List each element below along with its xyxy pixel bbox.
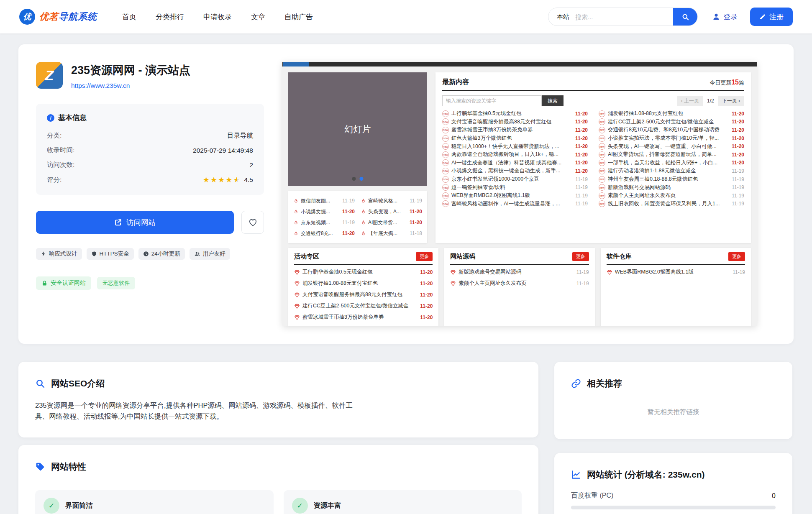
site-logo[interactable]: 优 优茗导航系统: [19, 9, 97, 25]
preview-latest-item: new 交通银行8充10元电费、和8充10元中国移动话费 11-20: [599, 126, 744, 134]
preview-latest-item: new 头条变现，AI一键改写、一键查重、小白可做... 11-20: [599, 142, 744, 151]
pencil-icon: [759, 13, 766, 20]
seo-description: 235资源网是一个专业的网络资源分享平台,提供各种PHP源码、网站源码、游戏源码…: [35, 400, 353, 422]
seo-title: 网站SEO介绍: [51, 378, 105, 389]
header-search: 本站: [548, 8, 698, 26]
preview-latest-item: new 素颜个人主页网址永久发布页 11-19: [599, 192, 744, 200]
page-title: 235资源网网 - 演示站点: [71, 63, 190, 78]
more-button: 更多: [572, 252, 589, 261]
preview-section-item: 素颜个人主页网址永久发布页 11-19: [450, 278, 589, 289]
star-rating-icon: ★★★★★: [203, 175, 241, 184]
preview-section-title: 活动专区: [294, 253, 319, 261]
preview-latest-item: new 两款靠谱全自动游戏搬砖项目，日入1k+，稳... 11-20: [442, 151, 588, 159]
link-icon: [571, 378, 581, 389]
lock-icon: [41, 280, 48, 286]
preview-latest-item: new 红色火箭抽3万个微信红包 11-20: [442, 134, 588, 143]
slide-dot-icon: [352, 177, 356, 181]
site-url-link[interactable]: https://www.235w.cn: [71, 82, 130, 90]
clock-icon: [143, 251, 149, 257]
preview-update-count: 今日更新15篇: [710, 79, 744, 87]
flame-icon: [293, 231, 299, 236]
top-navbar: 优 优茗导航系统 首页分类排行申请收录文章自助广告 本站 登录 注册: [0, 0, 812, 33]
nav-link[interactable]: 分类排行: [156, 12, 184, 22]
search-scope-select[interactable]: 本站: [548, 13, 575, 21]
search-input[interactable]: [575, 13, 673, 20]
preview-latest-item: new 京东小红书发笔记领1000-2000个京豆 11-19: [442, 175, 588, 184]
preview-latest-item: new 一部手机，当天出收益，轻松日入5张+，小白... 11-20: [599, 159, 744, 167]
preview-mini-item: AI图文带货... 11-20: [361, 217, 422, 228]
nav-link[interactable]: 申请收录: [203, 12, 232, 22]
flame-icon: [293, 209, 299, 215]
safe-badge: 无恶意软件: [97, 277, 135, 289]
user-icon: [712, 13, 720, 21]
gem-icon: [294, 281, 300, 286]
new-icon: new: [599, 135, 605, 142]
site-preview-screenshot[interactable]: 幻灯片 微信朋友圈... 11-19: [282, 62, 757, 326]
preview-section: 网站源码 更多 新版游戏账号交易网站源码 11-19: [444, 248, 594, 326]
login-link[interactable]: 登录: [712, 12, 738, 22]
external-link-icon: [114, 218, 122, 226]
related-empty-text: 暂无相关推荐链接: [571, 408, 776, 423]
stat-progress-bar: [571, 506, 776, 509]
users-icon: [194, 251, 200, 257]
new-icon: new: [599, 192, 605, 199]
gem-icon: [607, 269, 612, 275]
gem-icon: [294, 303, 300, 309]
new-icon: new: [442, 159, 449, 166]
new-icon: new: [599, 118, 605, 125]
preview-section-item: 蜜雪冰城雪王币抽3万份奶茶免单券 11-20: [294, 312, 433, 323]
flame-icon: [293, 220, 299, 225]
cert-badge: 安全认证网站: [36, 276, 91, 290]
stat-row: 百度权重 (PC) 0: [571, 491, 776, 500]
preview-mini-item: 头条变现，A... 11-20: [361, 206, 422, 217]
gem-icon: [294, 292, 300, 298]
nav-link[interactable]: 自助广告: [284, 12, 313, 22]
feature-tags: 响应式设计 HTTPS安全 24小时更新 用户友好: [36, 248, 264, 260]
preview-latest-item: new 稳定日入1000+！快手无人直播带货新玩法，... 11-20: [442, 142, 588, 151]
preview-mini-item: 【年底大揭... 11-18: [361, 228, 422, 239]
preview-browser-bar: [282, 62, 757, 66]
register-button[interactable]: 注册: [750, 8, 793, 26]
preview-latest-item: new 赵一鸣签到抽零食/饮料 11-19: [442, 183, 588, 192]
site-detail-card: Z 235资源网网 - 演示站点 https://www.235w.cn i 基…: [18, 44, 794, 344]
info-row: 访问次数: 2: [47, 158, 253, 172]
security-badges: 安全认证网站 无恶意软件: [36, 276, 264, 290]
preview-section: 软件仓库 更多 WEB界面RMBG2.0抠图离线1.1版 11-19: [601, 248, 751, 326]
related-card: 相关推荐 暂无相关推荐链接: [554, 362, 792, 439]
preview-latest-item: new 工行鹏华基金抽0.5元现金红包 11-20: [442, 110, 588, 118]
stats-title: 网站统计 (分析域名: 235w.cn): [587, 469, 705, 481]
new-icon: new: [442, 184, 449, 191]
search-button[interactable]: [673, 8, 697, 26]
search-magnifier-icon: [35, 378, 45, 389]
preview-latest-item: new 新版游戏账号交易网站源码 11-19: [599, 183, 744, 192]
preview-latest-item: new 神州车友会周三抽0.18-88.8元微信红包 11-19: [599, 175, 744, 184]
check-icon: ✓: [44, 498, 59, 514]
brand-name: 优茗导航系统: [39, 10, 97, 23]
seo-card: 网站SEO介绍 235资源网是一个专业的网络资源分享平台,提供各种PHP源码、网…: [18, 362, 538, 437]
nav-link[interactable]: 文章: [251, 12, 265, 22]
related-title: 相关推荐: [587, 378, 622, 389]
preview-mini-item: 京东短视频... 11-19: [293, 217, 355, 228]
visit-site-button[interactable]: 访问网站: [36, 211, 234, 234]
favorite-button[interactable]: [241, 211, 264, 234]
preview-section-title: 网站源码: [450, 253, 475, 261]
new-icon: new: [599, 176, 605, 183]
tag-https: HTTPS安全: [87, 248, 134, 260]
feature-item: ✓ 界面简洁: [35, 490, 274, 514]
gem-icon: [294, 269, 300, 275]
new-icon: new: [442, 168, 449, 174]
nav-link[interactable]: 首页: [122, 12, 136, 22]
preview-section: 活动专区 更多 工行鹏华基金抽0.5元现金红包 11-20: [288, 248, 438, 326]
new-icon: new: [599, 143, 605, 150]
preview-latest-item: new 建行CC豆上架2-500元支付宝红包/微信立减金 11-20: [599, 118, 744, 126]
preview-category-sections: 活动专区 更多 工行鹏华基金抽0.5元现金红包 11-20: [288, 248, 751, 326]
new-icon: new: [442, 143, 449, 150]
preview-mini-item: 小说爆文掘... 11-20: [293, 206, 355, 217]
gem-icon: [294, 315, 300, 320]
lightning-icon: [41, 251, 46, 257]
preview-section-item: 支付宝语音唤醒服务抽最高88元支付宝红包 11-20: [294, 289, 433, 300]
chart-icon: [571, 470, 581, 480]
features-title: 网站特性: [51, 461, 86, 473]
preview-prev-page: ‹ 上一页: [677, 96, 703, 106]
preview-pagination: ‹ 上一页 1/2 下一页 ›: [677, 96, 744, 106]
